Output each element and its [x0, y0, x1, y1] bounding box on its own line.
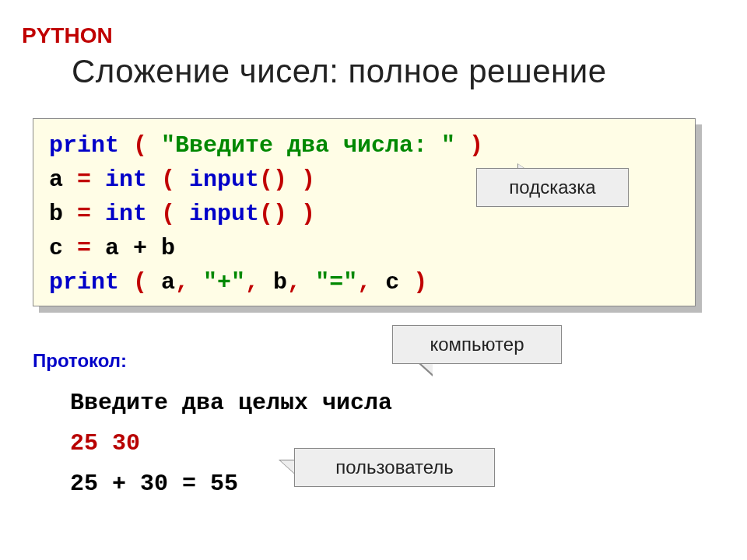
paren-close: )	[455, 132, 483, 159]
string-literal: "Введите два числа: "	[161, 132, 455, 159]
var-c: c	[49, 235, 63, 261]
keyword-input: input	[189, 201, 259, 227]
keyword-print: print	[49, 269, 119, 296]
op-assign: =	[63, 166, 105, 193]
call-parens: ()	[259, 166, 287, 193]
paren-open: (	[119, 132, 161, 159]
comma: ,	[357, 269, 385, 296]
protocol-prompt: Введите два целых числа	[70, 383, 392, 423]
paren-open: (	[147, 201, 189, 227]
callout-user: пользователь	[294, 448, 495, 487]
string-plus: "+"	[203, 269, 245, 296]
keyword-input: input	[189, 166, 259, 193]
paren-open: (	[119, 269, 161, 296]
paren-close: )	[287, 166, 315, 193]
slide-title: Сложение чисел: полное решение	[72, 53, 607, 90]
protocol-label: Протокол:	[33, 350, 127, 372]
callout-tail	[280, 460, 296, 474]
code-line-1: print ( "Введите два числа: " )	[49, 128, 679, 163]
string-equals: "="	[315, 269, 357, 296]
code-line-5: print ( a, "+", b, "=", c )	[49, 265, 679, 299]
var-b: b	[49, 201, 63, 227]
comma: ,	[175, 269, 203, 296]
keyword-int: int	[105, 201, 147, 227]
code-block: print ( "Введите два числа: " ) a = int …	[33, 118, 696, 306]
call-parens: ()	[259, 201, 287, 227]
expr-a-plus-b: a + b	[105, 235, 175, 261]
callout-computer: компьютер	[392, 325, 562, 364]
var-a: a	[49, 166, 63, 193]
comma: ,	[245, 269, 273, 296]
paren-open: (	[147, 166, 189, 193]
arg-b: b	[273, 269, 287, 296]
arg-c: c	[385, 269, 399, 296]
paren-close: )	[287, 201, 315, 227]
python-label: PYTHON	[22, 23, 113, 48]
arg-a: a	[161, 269, 175, 296]
keyword-int: int	[105, 166, 147, 193]
comma: ,	[287, 269, 315, 296]
paren-close: )	[399, 269, 427, 296]
callout-hint: подсказка	[476, 168, 629, 207]
keyword-print: print	[49, 132, 119, 159]
op-assign: =	[63, 235, 105, 261]
code-line-4: c = a + b	[49, 231, 679, 265]
op-assign: =	[63, 201, 105, 227]
